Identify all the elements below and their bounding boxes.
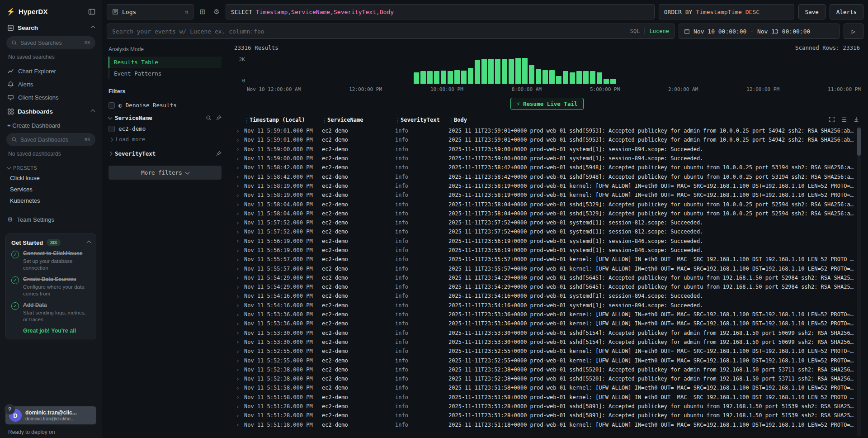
column-settings-icon[interactable]: ☰ — [840, 116, 848, 123]
mode-event-patterns[interactable]: Event Patterns — [108, 68, 222, 79]
table-row[interactable]: ›Nov 11 5:58:19.000 PMec2-demoinfo2025-1… — [233, 181, 856, 190]
saved-dashboards-input[interactable]: Saved Dashboards ⌘K — [6, 133, 95, 146]
col-body[interactable]: Body — [448, 117, 861, 123]
sidebar-item-team-settings[interactable]: ⚙ Team Settings — [5, 213, 96, 226]
sidebar-section-search[interactable]: Search — [5, 20, 96, 35]
col-severitytext[interactable]: SeverityText — [395, 117, 448, 123]
order-by-input[interactable]: ORDER BY TimestampTime DESC — [659, 4, 794, 19]
row-expand-icon[interactable]: › — [233, 329, 244, 336]
row-expand-icon[interactable]: › — [233, 210, 244, 217]
row-expand-icon[interactable]: › — [233, 376, 244, 382]
table-row[interactable]: ›Nov 11 5:53:36.000 PMec2-demoinfo2025-1… — [233, 310, 856, 319]
preset-item[interactable]: Services — [5, 184, 96, 195]
table-row[interactable]: ›Nov 11 5:54:16.000 PMec2-demoinfo2025-1… — [233, 301, 856, 310]
time-range-picker[interactable]: Nov 10 00:00:00 - Nov 13 00:00:00 — [679, 24, 840, 39]
table-row[interactable]: ›Nov 11 5:54:29.000 PMec2-demoinfo2025-1… — [233, 282, 856, 291]
get-started-item[interactable]: ✓Connect to ClickHouseSet up your databa… — [11, 250, 90, 271]
table-scrollbar[interactable] — [857, 126, 861, 436]
row-expand-icon[interactable]: › — [233, 265, 244, 272]
save-button[interactable]: Save — [798, 4, 826, 19]
sidebar-item-chart-explorer[interactable]: Chart Explorer — [5, 65, 96, 78]
table-row[interactable]: ›Nov 11 5:52:55.000 PMec2-demoinfo2025-1… — [233, 347, 856, 356]
row-expand-icon[interactable]: › — [233, 366, 244, 373]
sidebar-item-alerts[interactable]: Alerts — [5, 78, 96, 91]
facet-search-icon[interactable] — [206, 115, 212, 121]
row-expand-icon[interactable]: › — [233, 394, 244, 400]
table-row[interactable]: ›Nov 11 5:59:00.000 PMec2-demoinfo2025-1… — [233, 154, 856, 163]
service-option-checkbox[interactable] — [108, 126, 115, 132]
table-row[interactable]: ›Nov 11 5:51:18.000 PMec2-demoinfo2025-1… — [233, 420, 856, 429]
table-row[interactable]: ›Nov 11 5:53:30.000 PMec2-demoinfo2025-1… — [233, 328, 856, 338]
col-servicename[interactable]: ServiceName — [322, 117, 395, 123]
preset-item[interactable]: Kubernetes — [5, 195, 96, 206]
language-lucene-option[interactable]: Lucene — [650, 28, 669, 34]
table-row[interactable]: ›Nov 11 5:56:19.000 PMec2-demoinfo2025-1… — [233, 237, 856, 246]
sql-select-input[interactable]: SELECT Timestamp,ServiceName,SeverityTex… — [226, 4, 655, 19]
table-row[interactable]: ›Nov 11 5:55:57.000 PMec2-demoinfo2025-1… — [233, 264, 856, 273]
table-row[interactable]: ›Nov 11 5:58:42.000 PMec2-demoinfo2025-1… — [233, 163, 856, 172]
row-expand-icon[interactable]: › — [233, 238, 244, 244]
table-row[interactable]: ›Nov 11 5:51:58.000 PMec2-demoinfo2025-1… — [233, 393, 856, 402]
pin-icon[interactable] — [216, 115, 222, 121]
table-row[interactable]: ›Nov 11 5:53:36.000 PMec2-demoinfo2025-1… — [233, 319, 856, 328]
denoise-checkbox[interactable] — [108, 102, 115, 109]
row-expand-icon[interactable]: › — [233, 348, 244, 355]
saved-searches-input[interactable]: Saved Searches ⌘K — [6, 36, 95, 49]
row-expand-icon[interactable]: › — [233, 302, 244, 309]
table-row[interactable]: ›Nov 11 5:54:16.000 PMec2-demoinfo2025-1… — [233, 291, 856, 300]
row-expand-icon[interactable]: › — [233, 146, 244, 152]
sidebar-item-create-dashboard[interactable]: + Create Dashboard — [5, 119, 96, 132]
row-expand-icon[interactable]: › — [233, 164, 244, 171]
row-expand-icon[interactable]: › — [233, 192, 244, 199]
alerts-button[interactable]: Alerts — [830, 4, 863, 19]
table-row[interactable]: ›Nov 11 5:57:52.000 PMec2-demoinfo2025-1… — [233, 218, 856, 227]
preset-item[interactable]: ClickHouse — [5, 172, 96, 184]
row-expand-icon[interactable]: › — [233, 247, 244, 254]
table-row[interactable]: ›Nov 11 5:57:52.000 PMec2-demoinfo2025-1… — [233, 227, 856, 236]
sidebar-item-client-sessions[interactable]: Client Sessions — [5, 91, 96, 104]
source-select[interactable]: Logs ⇅ — [107, 4, 193, 19]
table-row[interactable]: ›Nov 11 5:58:04.000 PMec2-demoinfo2025-1… — [233, 200, 856, 209]
resume-live-tail-button[interactable]: ⚡ Resume Live Tail — [510, 98, 584, 110]
add-source-button[interactable]: ⊞ — [198, 7, 208, 17]
denoise-filter-row[interactable]: ◐ Denoise Results — [108, 100, 222, 110]
get-started-header[interactable]: Get Started 3/3 — [11, 239, 90, 246]
sidebar-section-dashboards[interactable]: Dashboards — [5, 104, 96, 119]
row-expand-icon[interactable]: › — [233, 311, 244, 318]
facet-servicename[interactable]: ServiceName — [108, 110, 222, 124]
facet-severitytext[interactable]: SeverityText — [108, 146, 222, 159]
row-expand-icon[interactable]: › — [233, 274, 244, 281]
table-row[interactable]: ›Nov 11 5:51:28.000 PMec2-demoinfo2025-1… — [233, 402, 856, 411]
row-expand-icon[interactable]: › — [233, 357, 244, 364]
row-expand-icon[interactable]: › — [233, 403, 244, 410]
row-expand-icon[interactable]: › — [233, 412, 244, 419]
table-row[interactable]: ›Nov 11 5:55:57.000 PMec2-demoinfo2025-1… — [233, 255, 856, 264]
row-expand-icon[interactable]: › — [233, 219, 244, 226]
table-row[interactable]: ›Nov 11 5:54:29.000 PMec2-demoinfo2025-1… — [233, 273, 856, 282]
table-row[interactable]: ›Nov 11 5:59:00.000 PMec2-demoinfo2025-1… — [233, 145, 856, 154]
table-row[interactable]: ›Nov 11 5:52:38.000 PMec2-demoinfo2025-1… — [233, 365, 856, 374]
source-settings-button[interactable]: ⚙ — [212, 7, 222, 17]
col-timestamp[interactable]: Timestamp (Local) — [244, 117, 322, 123]
row-expand-icon[interactable]: › — [233, 385, 244, 391]
help-button[interactable]: ? — [5, 404, 15, 414]
table-row[interactable]: ›Nov 11 5:59:01.000 PMec2-demoinfo2025-1… — [233, 126, 856, 135]
table-row[interactable]: ›Nov 11 5:52:55.000 PMec2-demoinfo2025-1… — [233, 356, 856, 365]
table-row[interactable]: ›Nov 11 5:51:58.000 PMec2-demoinfo2025-1… — [233, 383, 856, 392]
get-started-item[interactable]: ✓Create Data SourcesConfigure where your… — [11, 276, 90, 297]
row-expand-icon[interactable]: › — [233, 128, 244, 134]
row-expand-icon[interactable]: › — [233, 229, 244, 235]
user-menu[interactable]: D dominic.tran@clic... dominic.tran@clic… — [5, 406, 96, 424]
presets-header[interactable]: PRESETS — [5, 162, 96, 172]
table-row[interactable]: ›Nov 11 5:56:19.000 PMec2-demoinfo2025-1… — [233, 246, 856, 255]
row-expand-icon[interactable]: › — [233, 155, 244, 162]
row-expand-icon[interactable]: › — [233, 256, 244, 263]
row-expand-icon[interactable]: › — [233, 320, 244, 327]
load-more[interactable]: Load more — [108, 134, 222, 146]
table-row[interactable]: ›Nov 11 5:58:04.000 PMec2-demoinfo2025-1… — [233, 209, 856, 218]
run-query-button[interactable]: ▷ — [844, 24, 863, 39]
download-icon[interactable] — [853, 116, 860, 123]
table-scrollbar-thumb[interactable] — [857, 128, 861, 156]
row-expand-icon[interactable]: › — [233, 137, 244, 143]
get-started-item[interactable]: ✓Add DataStart sending logs, metrics, or… — [11, 302, 90, 323]
